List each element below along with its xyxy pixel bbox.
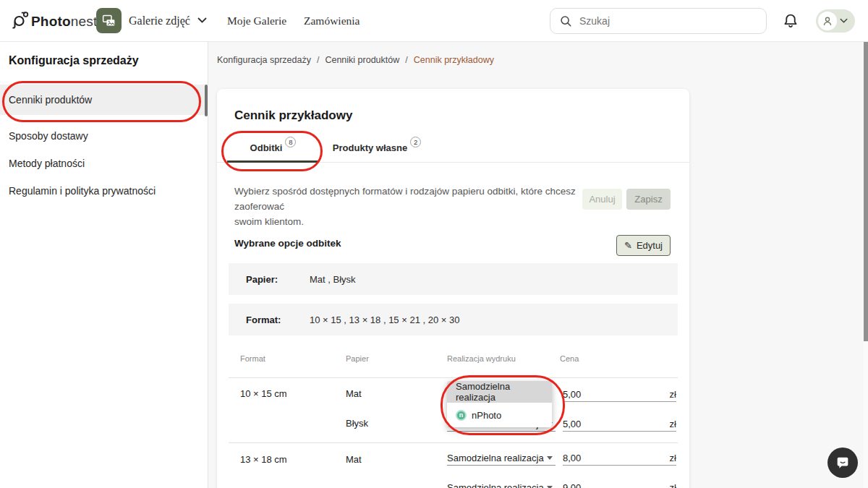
- summary-value: Mat , Błysk: [310, 274, 356, 285]
- breadcrumb-separator: /: [317, 55, 319, 65]
- select-arrow-icon: [547, 456, 553, 460]
- galleries-app-icon: [96, 8, 122, 33]
- dropdown-option-nphoto[interactable]: n nPhoto: [447, 403, 552, 427]
- currency-suffix: zł: [670, 482, 676, 488]
- avatar: [818, 12, 837, 30]
- search-icon: [559, 14, 572, 27]
- summary-label: Papier:: [246, 274, 278, 285]
- price-field-partial: zł: [563, 480, 676, 488]
- tab-produkty-wlasne[interactable]: Produkty własne 2: [319, 134, 435, 162]
- page-title: Cennik przykładowy: [234, 108, 352, 123]
- logo-wordmark: Photonesto: [31, 14, 105, 31]
- app-root: { "colors": { "accent_green": "#5c6a4e",…: [0, 0, 868, 488]
- breadcrumb-cenniki[interactable]: Cenniki produktów: [325, 55, 399, 65]
- bell-icon: [781, 12, 800, 30]
- fulfillment-select-13x18-mat[interactable]: Samodzielna realizacja: [447, 451, 556, 466]
- options-section-title: Wybrane opcje odbitek: [234, 238, 341, 249]
- app-logo[interactable]: Photonesto: [12, 9, 105, 31]
- sidebar-item-cenniki-produktow[interactable]: Cenniki produktów: [0, 85, 208, 115]
- papier-cell: Mat: [346, 454, 362, 465]
- fulfillment-select-partial[interactable]: Samodzielna realizacja: [447, 480, 556, 488]
- sidebar-item-sposoby-dostawy[interactable]: Sposoby dostawy: [0, 121, 208, 150]
- column-header-papier: Papier: [346, 354, 369, 363]
- currency-suffix: zł: [670, 419, 676, 429]
- cancel-button[interactable]: Anuluj: [582, 189, 622, 210]
- table-header-divider: [229, 377, 678, 378]
- main-scrollbar[interactable]: [864, 42, 868, 488]
- breadcrumb-separator: /: [405, 55, 407, 65]
- row-divider: [229, 442, 678, 443]
- edit-button[interactable]: ✎ Edytuj: [616, 235, 671, 256]
- chat-bubble-icon: [835, 455, 851, 471]
- column-header-cena: Cena: [560, 354, 579, 363]
- chevron-down-icon: [840, 18, 848, 24]
- tab-description: Wybierz spośród dostępnych formatów i ro…: [234, 184, 582, 229]
- breadcrumb: Konfiguracja sprzedaży / Cenniki produkt…: [217, 55, 494, 65]
- search-box[interactable]: [550, 8, 767, 34]
- price-field-10x15-blysk: zł: [563, 417, 676, 432]
- pricing-card: Cennik przykładowy Odbitki 8 Produkty wł…: [217, 89, 689, 488]
- format-cell: 13 × 18 cm: [240, 454, 287, 465]
- column-header-format: Format: [240, 354, 265, 363]
- tab-odbitki[interactable]: Odbitki 8: [227, 134, 319, 162]
- summary-value: 10 × 15 , 13 × 18 , 15 × 21 , 20 × 30: [310, 314, 459, 325]
- format-cell: 10 × 15 cm: [240, 388, 287, 399]
- price-input[interactable]: [563, 453, 642, 463]
- workspace-switcher[interactable]: Galerie zdjęć: [96, 8, 207, 33]
- price-input[interactable]: [563, 419, 642, 429]
- nav-zamowienia[interactable]: Zamówienia: [304, 14, 359, 27]
- sidebar-item-regulamin[interactable]: Regulamin i polityka prywatności: [0, 176, 208, 205]
- account-menu[interactable]: [816, 9, 855, 33]
- sidebar-scrollbar-thumb[interactable]: [205, 85, 208, 116]
- camera-logo-icon: [12, 9, 31, 31]
- price-field-13x18-mat: zł: [563, 451, 676, 466]
- nav-moje-galerie[interactable]: Moje Galerie: [227, 14, 286, 27]
- chat-widget-button[interactable]: [827, 448, 858, 478]
- save-button[interactable]: Zapisz: [626, 189, 671, 210]
- pencil-icon: ✎: [624, 240, 632, 251]
- papier-cell: Mat: [346, 388, 362, 399]
- search-input[interactable]: [579, 15, 746, 27]
- price-input[interactable]: [563, 389, 642, 400]
- sidebar-title: Konfiguracja sprzedaży: [9, 54, 139, 67]
- workspace-label: Galerie zdjęć: [129, 14, 190, 27]
- summary-row-format: Format: 10 × 15 , 13 × 18 , 15 × 21 , 20…: [229, 304, 678, 335]
- price-input[interactable]: [563, 482, 642, 488]
- price-field-10x15-mat: zł: [563, 388, 676, 402]
- breadcrumb-current: Cennik przykładowy: [414, 55, 494, 65]
- summary-row-papier: Papier: Mat , Błysk: [229, 263, 678, 295]
- breadcrumb-konfiguracja[interactable]: Konfiguracja sprzedaży: [217, 55, 311, 65]
- main-scrollbar-thumb[interactable]: [864, 42, 868, 341]
- person-icon: [821, 14, 834, 27]
- tab-produkty-badge: 2: [410, 137, 421, 147]
- top-header: Photonesto Galerie zdjęć Moje Galerie Za…: [0, 0, 868, 42]
- papier-cell: Błysk: [346, 418, 368, 429]
- dropdown-option-samodzielna[interactable]: Samodzielna realizacja: [447, 381, 552, 403]
- select-arrow-icon: [547, 486, 553, 488]
- fulfillment-dropdown-menu: Samodzielna realizacja n nPhoto: [447, 381, 552, 427]
- active-tab-indicator: [227, 160, 319, 163]
- chevron-down-icon: [197, 17, 207, 24]
- summary-label: Format:: [246, 314, 281, 325]
- sidebar: Konfiguracja sprzedaży Cenniki produktów…: [0, 42, 208, 488]
- tab-odbitki-badge: 8: [285, 137, 296, 147]
- currency-suffix: zł: [670, 453, 676, 463]
- nphoto-icon: n: [456, 410, 467, 421]
- sidebar-item-metody-platnosci[interactable]: Metody płatności: [0, 149, 208, 178]
- notifications-button[interactable]: [781, 12, 800, 30]
- column-header-realizacja: Realizacja wydruku: [447, 354, 516, 363]
- currency-suffix: zł: [670, 389, 676, 400]
